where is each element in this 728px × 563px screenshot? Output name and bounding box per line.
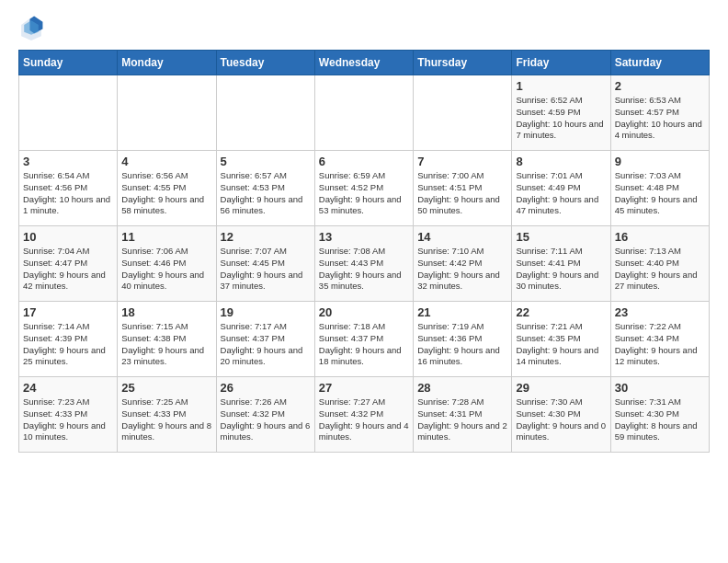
day-info: Sunrise: 7:31 AM Sunset: 4:30 PM Dayligh… [615,396,705,443]
day-info: Sunrise: 7:22 AM Sunset: 4:34 PM Dayligh… [615,321,705,368]
day-of-week-header: Sunday [19,51,118,75]
calendar-week-row: 17Sunrise: 7:14 AM Sunset: 4:39 PM Dayli… [19,302,710,377]
calendar-cell: 19Sunrise: 7:17 AM Sunset: 4:37 PM Dayli… [216,302,314,377]
calendar-cell: 7Sunrise: 7:00 AM Sunset: 4:51 PM Daylig… [414,151,512,226]
calendar-table: SundayMondayTuesdayWednesdayThursdayFrid… [18,50,710,453]
day-info: Sunrise: 7:14 AM Sunset: 4:39 PM Dayligh… [23,321,113,368]
day-info: Sunrise: 7:25 AM Sunset: 4:33 PM Dayligh… [121,396,211,443]
day-info: Sunrise: 7:28 AM Sunset: 4:31 PM Dayligh… [417,396,507,443]
day-number: 18 [121,305,211,319]
calendar-week-row: 3Sunrise: 6:54 AM Sunset: 4:56 PM Daylig… [19,151,710,226]
day-info: Sunrise: 7:04 AM Sunset: 4:47 PM Dayligh… [23,246,113,293]
day-info: Sunrise: 6:56 AM Sunset: 4:55 PM Dayligh… [121,170,211,217]
day-info: Sunrise: 7:23 AM Sunset: 4:33 PM Dayligh… [23,396,113,443]
calendar-cell: 6Sunrise: 6:59 AM Sunset: 4:52 PM Daylig… [314,151,413,226]
day-info: Sunrise: 7:21 AM Sunset: 4:35 PM Dayligh… [516,321,606,368]
day-number: 6 [319,155,409,168]
calendar-cell: 12Sunrise: 7:07 AM Sunset: 4:45 PM Dayli… [216,226,314,302]
day-number: 16 [615,230,705,244]
calendar-cell: 8Sunrise: 7:01 AM Sunset: 4:49 PM Daylig… [512,151,610,226]
calendar-cell: 10Sunrise: 7:04 AM Sunset: 4:47 PM Dayli… [19,226,118,302]
calendar-cell: 30Sunrise: 7:31 AM Sunset: 4:30 PM Dayli… [610,377,709,453]
day-number: 27 [319,381,409,395]
day-info: Sunrise: 7:27 AM Sunset: 4:32 PM Dayligh… [319,396,409,443]
day-number: 29 [516,381,606,395]
calendar-cell: 23Sunrise: 7:22 AM Sunset: 4:34 PM Dayli… [610,302,709,377]
day-info: Sunrise: 7:18 AM Sunset: 4:37 PM Dayligh… [319,321,409,368]
calendar-week-row: 24Sunrise: 7:23 AM Sunset: 4:33 PM Dayli… [19,377,710,453]
calendar-cell: 20Sunrise: 7:18 AM Sunset: 4:37 PM Dayli… [314,302,413,377]
day-number: 19 [221,305,311,319]
calendar-cell: 13Sunrise: 7:08 AM Sunset: 4:43 PM Dayli… [314,226,413,302]
day-number: 4 [121,155,211,168]
calendar-cell: 3Sunrise: 6:54 AM Sunset: 4:56 PM Daylig… [19,151,118,226]
day-number: 25 [121,381,211,395]
calendar-cell: 24Sunrise: 7:23 AM Sunset: 4:33 PM Dayli… [19,377,118,453]
day-number: 15 [516,230,606,244]
calendar-week-row: 1Sunrise: 6:52 AM Sunset: 4:59 PM Daylig… [19,75,710,151]
day-info: Sunrise: 7:15 AM Sunset: 4:38 PM Dayligh… [121,321,211,368]
calendar-cell: 15Sunrise: 7:11 AM Sunset: 4:41 PM Dayli… [512,226,610,302]
calendar-cell: 21Sunrise: 7:19 AM Sunset: 4:36 PM Dayli… [414,302,512,377]
day-number: 2 [615,79,705,93]
day-info: Sunrise: 7:01 AM Sunset: 4:49 PM Dayligh… [516,170,606,217]
day-info: Sunrise: 7:17 AM Sunset: 4:37 PM Dayligh… [221,321,311,368]
day-info: Sunrise: 7:13 AM Sunset: 4:40 PM Dayligh… [615,246,705,293]
day-of-week-header: Monday [118,51,216,75]
day-of-week-header: Thursday [414,51,512,75]
day-number: 17 [23,305,113,319]
calendar-cell: 18Sunrise: 7:15 AM Sunset: 4:38 PM Dayli… [118,302,216,377]
day-number: 23 [615,305,705,319]
day-info: Sunrise: 7:00 AM Sunset: 4:51 PM Dayligh… [417,170,507,217]
day-of-week-header: Saturday [610,51,709,75]
calendar-cell: 22Sunrise: 7:21 AM Sunset: 4:35 PM Dayli… [512,302,610,377]
calendar-cell: 26Sunrise: 7:26 AM Sunset: 4:32 PM Dayli… [216,377,314,453]
calendar-cell: 2Sunrise: 6:53 AM Sunset: 4:57 PM Daylig… [610,75,709,151]
day-number: 5 [221,155,311,168]
calendar-cell [414,75,512,151]
header [18,15,710,40]
calendar-cell: 17Sunrise: 7:14 AM Sunset: 4:39 PM Dayli… [19,302,118,377]
day-of-week-header: Tuesday [216,51,314,75]
day-info: Sunrise: 7:30 AM Sunset: 4:30 PM Dayligh… [516,396,606,443]
day-number: 12 [221,230,311,244]
day-number: 26 [221,381,311,395]
day-number: 24 [23,381,113,395]
day-number: 22 [516,305,606,319]
logo [18,15,48,40]
day-info: Sunrise: 7:06 AM Sunset: 4:46 PM Dayligh… [121,246,211,293]
calendar-cell: 1Sunrise: 6:52 AM Sunset: 4:59 PM Daylig… [512,75,610,151]
day-number: 10 [23,230,113,244]
day-number: 28 [417,381,507,395]
calendar-cell: 11Sunrise: 7:06 AM Sunset: 4:46 PM Dayli… [118,226,216,302]
calendar-cell: 28Sunrise: 7:28 AM Sunset: 4:31 PM Dayli… [414,377,512,453]
day-number: 7 [417,155,507,168]
day-number: 11 [121,230,211,244]
calendar-cell: 29Sunrise: 7:30 AM Sunset: 4:30 PM Dayli… [512,377,610,453]
day-number: 30 [615,381,705,395]
calendar-cell: 16Sunrise: 7:13 AM Sunset: 4:40 PM Dayli… [610,226,709,302]
day-info: Sunrise: 7:19 AM Sunset: 4:36 PM Dayligh… [417,321,507,368]
logo-icon [18,15,44,40]
calendar-cell: 4Sunrise: 6:56 AM Sunset: 4:55 PM Daylig… [118,151,216,226]
day-number: 1 [516,79,606,93]
calendar-header-row: SundayMondayTuesdayWednesdayThursdayFrid… [19,51,710,75]
calendar-cell [118,75,216,151]
day-info: Sunrise: 6:53 AM Sunset: 4:57 PM Dayligh… [615,95,705,142]
calendar-cell: 14Sunrise: 7:10 AM Sunset: 4:42 PM Dayli… [414,226,512,302]
day-of-week-header: Wednesday [314,51,413,75]
calendar-cell [19,75,118,151]
day-info: Sunrise: 6:54 AM Sunset: 4:56 PM Dayligh… [23,170,113,217]
page-container: SundayMondayTuesdayWednesdayThursdayFrid… [0,0,728,462]
day-number: 13 [319,230,409,244]
day-info: Sunrise: 6:52 AM Sunset: 4:59 PM Dayligh… [516,95,606,142]
day-number: 14 [417,230,507,244]
day-number: 21 [417,305,507,319]
calendar-cell [314,75,413,151]
calendar-cell: 27Sunrise: 7:27 AM Sunset: 4:32 PM Dayli… [314,377,413,453]
calendar-cell: 25Sunrise: 7:25 AM Sunset: 4:33 PM Dayli… [118,377,216,453]
day-number: 3 [23,155,113,168]
calendar-cell [216,75,314,151]
day-number: 20 [319,305,409,319]
calendar-cell: 5Sunrise: 6:57 AM Sunset: 4:53 PM Daylig… [216,151,314,226]
